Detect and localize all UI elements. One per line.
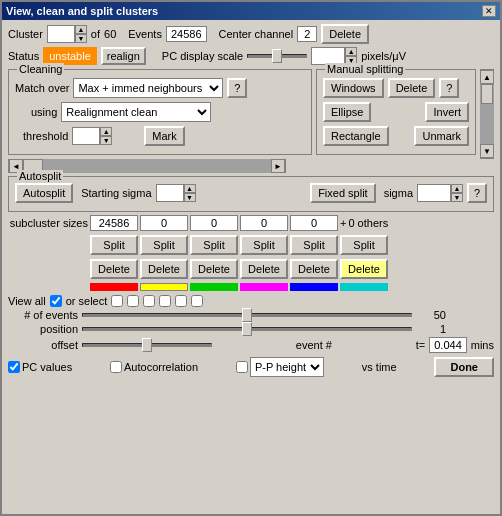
title-bar: View, clean and split clusters ✕ bbox=[2, 2, 500, 20]
cluster-up-arrow[interactable]: ▲ bbox=[75, 25, 87, 34]
scroll-thumb[interactable] bbox=[481, 84, 493, 104]
starting-sigma-label: Starting sigma bbox=[81, 187, 151, 199]
size-3: 0 bbox=[240, 215, 288, 231]
split-3-button[interactable]: Split bbox=[240, 235, 288, 255]
pc-up-arrow[interactable]: ▲ bbox=[345, 47, 357, 56]
autocorrelation-label: Autocorrelation bbox=[124, 361, 198, 373]
scroll-track bbox=[480, 84, 494, 144]
sigma-spinbox[interactable]: 9.74 ▲ ▼ bbox=[417, 184, 463, 202]
main-window: View, clean and split clusters ✕ Cluster… bbox=[0, 0, 502, 516]
t-label: t= bbox=[416, 339, 425, 351]
threshold-input[interactable]: 2 bbox=[72, 127, 100, 145]
ellipse-button[interactable]: Ellipse bbox=[323, 102, 371, 122]
split-2-button[interactable]: Split bbox=[190, 235, 238, 255]
split-5-button[interactable]: Split bbox=[340, 235, 388, 255]
threshold-up-arrow[interactable]: ▲ bbox=[100, 127, 112, 136]
pp-height-select[interactable]: P-P height bbox=[250, 357, 324, 377]
color-bar-0 bbox=[90, 283, 138, 291]
manual-splitting-title: Manual splitting bbox=[325, 63, 405, 75]
windows-button[interactable]: Windows bbox=[323, 78, 384, 98]
window-title: View, clean and split clusters bbox=[6, 5, 158, 17]
unmark-button[interactable]: Unmark bbox=[414, 126, 469, 146]
done-button[interactable]: Done bbox=[434, 357, 494, 377]
threshold-label: threshold bbox=[23, 130, 68, 142]
select-4-checkbox[interactable] bbox=[175, 295, 187, 307]
starting-sigma-input[interactable]: 5 bbox=[156, 184, 184, 202]
realign-button[interactable]: realign bbox=[101, 47, 146, 65]
split-4-button[interactable]: Split bbox=[290, 235, 338, 255]
mark-button[interactable]: Mark bbox=[144, 126, 184, 146]
pc-values-checkbox[interactable] bbox=[8, 361, 20, 373]
events-label: Events bbox=[128, 28, 162, 40]
size-4: 0 bbox=[290, 215, 338, 231]
color-bar-3 bbox=[240, 283, 288, 291]
select-5-checkbox[interactable] bbox=[191, 295, 203, 307]
sigma-input[interactable]: 9.74 bbox=[417, 184, 451, 202]
header-delete-button[interactable]: Delete bbox=[321, 24, 369, 44]
view-all-checkbox[interactable] bbox=[50, 295, 62, 307]
starting-sigma-down[interactable]: ▼ bbox=[184, 193, 196, 202]
cleaning-help-button[interactable]: ? bbox=[227, 78, 247, 98]
sigma-up[interactable]: ▲ bbox=[451, 184, 463, 193]
select-0-checkbox[interactable] bbox=[111, 295, 123, 307]
threshold-spinbox[interactable]: 2 ▲ ▼ bbox=[72, 127, 112, 145]
color-bar-2 bbox=[190, 283, 238, 291]
autosplit-button[interactable]: Autosplit bbox=[15, 183, 73, 203]
delete-0-button[interactable]: Delete bbox=[90, 259, 138, 279]
split-1-button[interactable]: Split bbox=[140, 235, 188, 255]
cleaning-title: Cleaning bbox=[17, 63, 64, 75]
delete-3-button[interactable]: Delete bbox=[240, 259, 288, 279]
match-over-label: Match over bbox=[15, 82, 69, 94]
using-select[interactable]: Realignment clean bbox=[61, 102, 211, 122]
threshold-down-arrow[interactable]: ▼ bbox=[100, 136, 112, 145]
center-channel-value: 2 bbox=[297, 26, 317, 42]
pc-display-slider[interactable] bbox=[247, 54, 307, 58]
position-slider[interactable] bbox=[82, 327, 412, 331]
delete-1-button[interactable]: Delete bbox=[140, 259, 188, 279]
match-over-select[interactable]: Max + immed neighbours bbox=[73, 78, 223, 98]
fixed-split-button[interactable]: Fixed split bbox=[310, 183, 376, 203]
size-2: 0 bbox=[190, 215, 238, 231]
status-label: Status bbox=[8, 50, 39, 62]
delete-2-button[interactable]: Delete bbox=[190, 259, 238, 279]
of-label: of bbox=[91, 28, 100, 40]
cluster-input[interactable]: 1 bbox=[47, 25, 75, 43]
num-events-slider[interactable] bbox=[82, 313, 412, 317]
pp-height-wrap: P-P height bbox=[236, 357, 324, 377]
starting-sigma-spinbox[interactable]: 5 ▲ ▼ bbox=[156, 184, 196, 202]
select-1-checkbox[interactable] bbox=[127, 295, 139, 307]
color-bar-1 bbox=[140, 283, 188, 291]
right-scrollbar[interactable]: ▲ ▼ bbox=[480, 69, 494, 159]
view-all-label: View all bbox=[8, 295, 46, 307]
sigma-down[interactable]: ▼ bbox=[451, 193, 463, 202]
scroll-up-button[interactable]: ▲ bbox=[480, 70, 494, 84]
ms-delete-button[interactable]: Delete bbox=[388, 78, 436, 98]
manual-splitting-group: Manual splitting Windows Delete ? Ellips… bbox=[316, 69, 476, 155]
delete-5-button[interactable]: Delete bbox=[340, 259, 388, 279]
cluster-spinbox[interactable]: 1 ▲ ▼ bbox=[47, 25, 87, 43]
pp-height-checkbox[interactable] bbox=[236, 361, 248, 373]
autocorrelation-checkbox[interactable] bbox=[110, 361, 122, 373]
invert-button[interactable]: Invert bbox=[425, 102, 469, 122]
split-0-button[interactable]: Split bbox=[90, 235, 138, 255]
pc-display-label: PC display scale bbox=[162, 50, 243, 62]
cluster-label: Cluster bbox=[8, 28, 43, 40]
pc-values-wrap: PC values bbox=[8, 361, 72, 373]
autosplit-help-button[interactable]: ? bbox=[467, 183, 487, 203]
rectangle-button[interactable]: Rectangle bbox=[323, 126, 389, 146]
position-label: position bbox=[8, 323, 78, 335]
select-2-checkbox[interactable] bbox=[143, 295, 155, 307]
starting-sigma-up[interactable]: ▲ bbox=[184, 184, 196, 193]
offset-slider[interactable] bbox=[82, 343, 212, 347]
plus-label: + bbox=[340, 217, 346, 229]
autosplit-group: Autosplit Autosplit Starting sigma 5 ▲ ▼… bbox=[8, 176, 494, 212]
size-1: 0 bbox=[140, 215, 188, 231]
scroll-right-button[interactable]: ► bbox=[271, 159, 285, 173]
delete-4-button[interactable]: Delete bbox=[290, 259, 338, 279]
cluster-down-arrow[interactable]: ▼ bbox=[75, 34, 87, 43]
select-3-checkbox[interactable] bbox=[159, 295, 171, 307]
close-button[interactable]: ✕ bbox=[482, 5, 496, 17]
offset-label: offset bbox=[8, 339, 78, 351]
ms-help-button[interactable]: ? bbox=[439, 78, 459, 98]
scroll-down-button[interactable]: ▼ bbox=[480, 144, 494, 158]
